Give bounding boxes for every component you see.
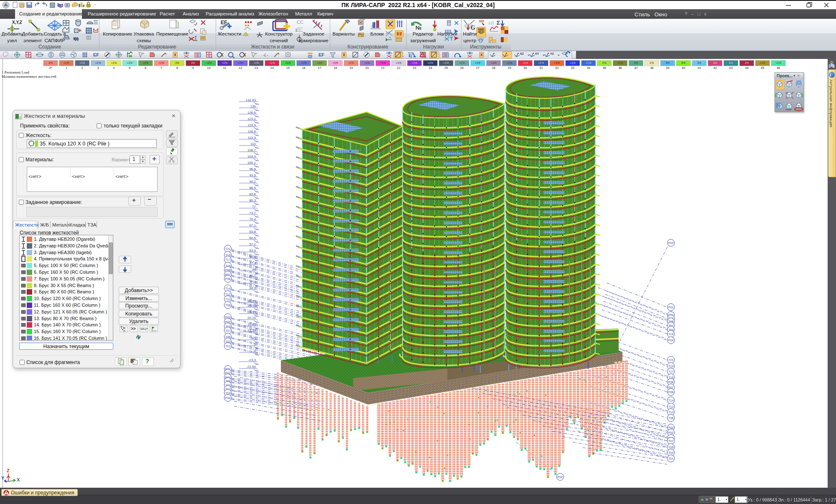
svg-text:T08: T08: [225, 304, 230, 307]
svg-text:T17: T17: [668, 370, 673, 373]
svg-text:130: 130: [250, 104, 256, 108]
svg-text:Y: Y: [1, 476, 5, 481]
svg-text:37.4: 37.4: [249, 280, 256, 284]
svg-text:P02: P02: [668, 242, 674, 244]
svg-text:T10: T10: [225, 298, 230, 301]
svg-text:P02: P02: [558, 476, 563, 479]
svg-text:16.85: 16.85: [247, 323, 256, 326]
svg-text:73.7: 73.7: [249, 211, 256, 215]
svg-text:113.3: 113.3: [248, 136, 256, 140]
svg-text:T07: T07: [225, 329, 230, 332]
svg-text:119.9: 119.9: [248, 123, 256, 127]
svg-text:90.2: 90.2: [249, 180, 256, 183]
svg-text:63.8: 63.8: [249, 230, 256, 234]
svg-text:67.1: 67.1: [249, 224, 256, 227]
svg-text:Z: Z: [7, 468, 10, 473]
svg-text:-23.3: -23.3: [248, 358, 256, 362]
svg-text:T12: T12: [225, 293, 230, 296]
svg-text:T05: T05: [668, 446, 673, 449]
svg-text:T14: T14: [668, 399, 673, 402]
svg-text:60.5: 60.5: [249, 236, 256, 240]
svg-text:1.: 1.: [717, 497, 721, 502]
svg-text:26.75: 26.75: [247, 304, 256, 308]
svg-text:116.6: 116.6: [248, 130, 256, 133]
svg-text:T19: T19: [668, 365, 673, 368]
svg-text:P04: P04: [225, 397, 231, 400]
svg-text:T14: T14: [225, 287, 230, 290]
svg-text:T17: T17: [225, 258, 230, 261]
svg-text:P06: P06: [225, 277, 231, 280]
svg-text:53.9: 53.9: [249, 249, 256, 252]
svg-text:110: 110: [250, 142, 256, 146]
svg-text:T14: T14: [668, 333, 673, 336]
svg-text:T01: T01: [668, 457, 673, 460]
svg-text:103.4: 103.4: [247, 155, 256, 158]
svg-text:P01: P01: [668, 306, 674, 309]
svg-text:132.93: 132.93: [246, 98, 256, 102]
svg-text:126.5: 126.5: [247, 111, 256, 115]
svg-text:T21: T21: [668, 359, 673, 361]
svg-text:T08: T08: [668, 417, 673, 420]
svg-text:-21.65: -21.65: [246, 365, 256, 369]
svg-text:T21: T21: [225, 247, 230, 250]
svg-text:123.2: 123.2: [247, 117, 256, 121]
svg-text:P04: P04: [668, 339, 674, 342]
svg-text:86.9: 86.9: [249, 186, 256, 190]
svg-text:1.: 1.: [737, 497, 740, 502]
svg-text:70.4: 70.4: [249, 217, 256, 221]
svg-text:57.2: 57.2: [249, 242, 256, 246]
svg-text:P03: P03: [668, 426, 674, 429]
svg-text:5: 5: [254, 342, 256, 346]
svg-text:T01: T01: [225, 345, 230, 348]
svg-text:20.15: 20.15: [247, 316, 256, 320]
svg-text:0: 0: [254, 349, 256, 353]
svg-text:80.3: 80.3: [249, 199, 256, 202]
svg-text:100.1: 100.1: [247, 161, 256, 165]
svg-text:106.7: 106.7: [247, 148, 256, 152]
svg-text:P08: P08: [668, 381, 674, 384]
svg-text:P02: P02: [668, 431, 674, 434]
svg-text:47.3: 47.3: [249, 261, 256, 265]
svg-text:83.6: 83.6: [249, 192, 256, 196]
svg-text:P06: P06: [668, 391, 674, 394]
svg-text:34.1: 34.1: [249, 286, 256, 290]
svg-text:T14: T14: [225, 392, 230, 395]
svg-text:77: 77: [252, 205, 256, 209]
svg-text:96.8: 96.8: [249, 167, 256, 171]
svg-text:T03: T03: [668, 451, 673, 454]
svg-text:93.5: 93.5: [249, 173, 256, 177]
svg-text:X: X: [17, 477, 20, 482]
svg-text:T07: T07: [668, 440, 673, 443]
svg-text:T10: T10: [668, 411, 673, 414]
svg-text:T12: T12: [668, 405, 673, 408]
